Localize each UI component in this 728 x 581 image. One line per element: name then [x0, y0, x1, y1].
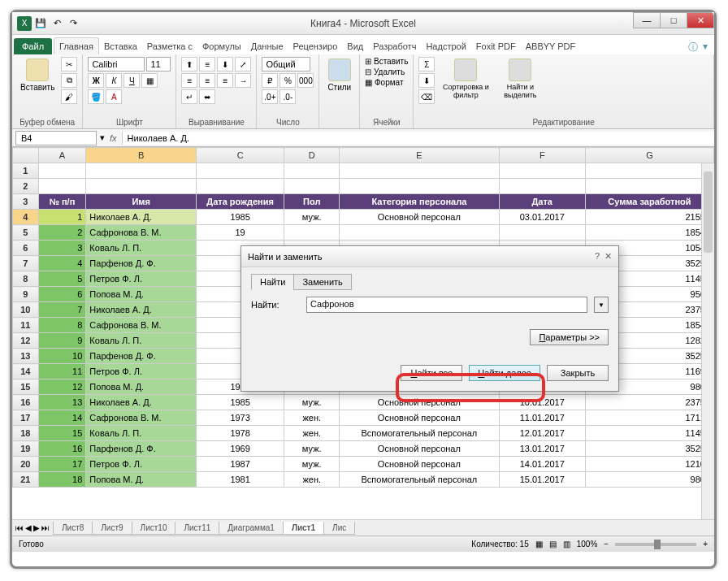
number-format-combo[interactable]: Общий — [262, 57, 310, 72]
header-cell[interactable]: Дата рождения — [196, 194, 284, 210]
cell[interactable]: 18 — [38, 472, 86, 488]
zoom-level[interactable]: 100% — [577, 540, 598, 548]
row-header[interactable]: 6 — [13, 241, 39, 256]
row-header[interactable]: 15 — [13, 379, 39, 395]
sheet-nav-last-icon[interactable]: ⏭ — [41, 523, 50, 532]
cell[interactable]: 4 — [38, 256, 86, 271]
maximize-button[interactable]: □ — [660, 12, 687, 28]
options-button[interactable]: Параметры >> — [530, 329, 609, 345]
wrap-text-icon[interactable]: ↵ — [181, 89, 197, 104]
cell[interactable] — [499, 225, 585, 241]
cell[interactable]: Основной персонал — [340, 410, 500, 426]
row-header[interactable]: 8 — [13, 271, 39, 287]
autosum-icon[interactable]: Σ — [418, 57, 435, 72]
tab-insert[interactable]: Вставка — [99, 38, 142, 54]
underline-icon[interactable]: Ч — [124, 73, 140, 88]
sheet-nav-first-icon[interactable]: ⏮ — [15, 523, 24, 532]
cell[interactable]: жен. — [284, 472, 340, 488]
cell[interactable]: 7 — [38, 302, 86, 318]
cell[interactable]: жен. — [284, 410, 340, 426]
align-top-icon[interactable]: ⬆ — [181, 57, 197, 72]
row-header[interactable]: 2 — [13, 179, 39, 194]
cell[interactable]: 1985 — [196, 395, 284, 410]
column-header[interactable]: G — [585, 148, 713, 163]
row-header[interactable]: 1 — [13, 163, 39, 179]
cell[interactable] — [284, 179, 340, 194]
fill-color-icon[interactable]: 🪣 — [88, 89, 104, 104]
cell[interactable]: муж. — [284, 441, 340, 457]
sort-filter-button[interactable]: Сортировка и фильтр — [438, 57, 493, 101]
tab-developer[interactable]: Разработч — [368, 38, 421, 54]
cell[interactable]: 23754 — [585, 395, 713, 410]
cell[interactable]: 1981 — [196, 472, 284, 488]
cell[interactable] — [38, 179, 86, 194]
column-header[interactable]: F — [499, 148, 585, 163]
zoom-out-icon[interactable]: − — [604, 540, 609, 548]
delete-button[interactable]: ⊟ Удалить — [365, 67, 405, 76]
tab-abbyy[interactable]: ABBYY PDF — [521, 38, 581, 54]
sheet-tab[interactable]: Лис — [323, 522, 355, 535]
cell[interactable] — [284, 225, 340, 241]
cell[interactable]: 2 — [38, 225, 86, 241]
row-header[interactable]: 21 — [13, 472, 39, 488]
cell[interactable]: 17 — [38, 457, 86, 472]
cell[interactable]: 10 — [38, 349, 86, 364]
cell[interactable]: 12.01.2017 — [499, 426, 585, 441]
row-header[interactable]: 13 — [13, 349, 39, 364]
find-select-button[interactable]: Найти и выделить — [496, 57, 544, 101]
cell[interactable] — [284, 163, 340, 179]
cell[interactable]: 13.01.2017 — [499, 441, 585, 457]
view-break-icon[interactable]: ▥ — [563, 540, 570, 548]
sheet-tab[interactable]: Лист1 — [283, 522, 324, 535]
cell[interactable] — [86, 163, 197, 179]
tab-foxit[interactable]: Foxit PDF — [471, 38, 521, 54]
cell[interactable]: Сафронова В. М. — [86, 318, 197, 333]
row-header[interactable]: 17 — [13, 410, 39, 426]
indent-icon[interactable]: → — [235, 73, 251, 88]
row-header[interactable]: 7 — [13, 256, 39, 271]
tab-addins[interactable]: Надстрой — [421, 38, 470, 54]
cut-icon[interactable]: ✂ — [61, 57, 77, 72]
header-cell[interactable]: Сумма заработной — [585, 194, 713, 210]
cell[interactable]: 1969 — [196, 441, 284, 457]
cell[interactable] — [585, 163, 713, 179]
cell[interactable] — [86, 179, 197, 194]
tab-layout[interactable]: Разметка с — [142, 38, 197, 54]
align-center-icon[interactable]: ≡ — [199, 73, 215, 88]
view-layout-icon[interactable]: ▤ — [549, 540, 557, 548]
cell[interactable]: 14.01.2017 — [499, 457, 585, 472]
cell[interactable]: Петров Ф. Л. — [86, 271, 197, 287]
format-painter-icon[interactable]: 🖌 — [61, 89, 77, 104]
row-header[interactable]: 16 — [13, 395, 39, 410]
row-header[interactable]: 10 — [13, 302, 39, 318]
increase-decimal-icon[interactable]: .0+ — [262, 89, 278, 104]
cell[interactable]: 11456 — [585, 426, 713, 441]
row-header[interactable]: 9 — [13, 287, 39, 302]
tab-home[interactable]: Главная — [54, 37, 99, 54]
view-normal-icon[interactable]: ▦ — [535, 540, 543, 548]
decrease-decimal-icon[interactable]: .0- — [280, 89, 296, 104]
cell[interactable] — [196, 163, 284, 179]
paste-button[interactable]: Вставить — [17, 57, 58, 93]
cell[interactable]: Вспомогательный персонал — [340, 472, 500, 488]
fill-icon[interactable]: ⬇ — [418, 73, 435, 88]
row-header[interactable]: 3 — [13, 194, 39, 210]
zoom-in-icon[interactable]: + — [703, 540, 708, 548]
cell[interactable] — [340, 179, 500, 194]
column-header[interactable]: C — [196, 148, 284, 163]
cell[interactable]: 15.01.2017 — [499, 472, 585, 488]
cell[interactable]: 8 — [38, 318, 86, 333]
cell[interactable]: Сафронова В. М. — [86, 410, 197, 426]
merge-icon[interactable]: ⬌ — [199, 89, 215, 104]
italic-icon[interactable]: К — [106, 73, 122, 88]
percent-icon[interactable]: % — [280, 73, 296, 88]
dialog-title-bar[interactable]: Найти и заменить ? ✕ — [241, 246, 618, 267]
row-header[interactable]: 5 — [13, 225, 39, 241]
help-icon[interactable]: ⓘ — [688, 41, 698, 54]
cell[interactable]: 10.01.2017 — [499, 395, 585, 410]
cell[interactable]: 17115 — [585, 410, 713, 426]
cell[interactable]: Коваль Л. П. — [86, 426, 197, 441]
header-cell[interactable]: Пол — [284, 194, 340, 210]
minimize-button[interactable]: — — [633, 12, 661, 28]
tab-find[interactable]: Найти — [251, 274, 294, 290]
